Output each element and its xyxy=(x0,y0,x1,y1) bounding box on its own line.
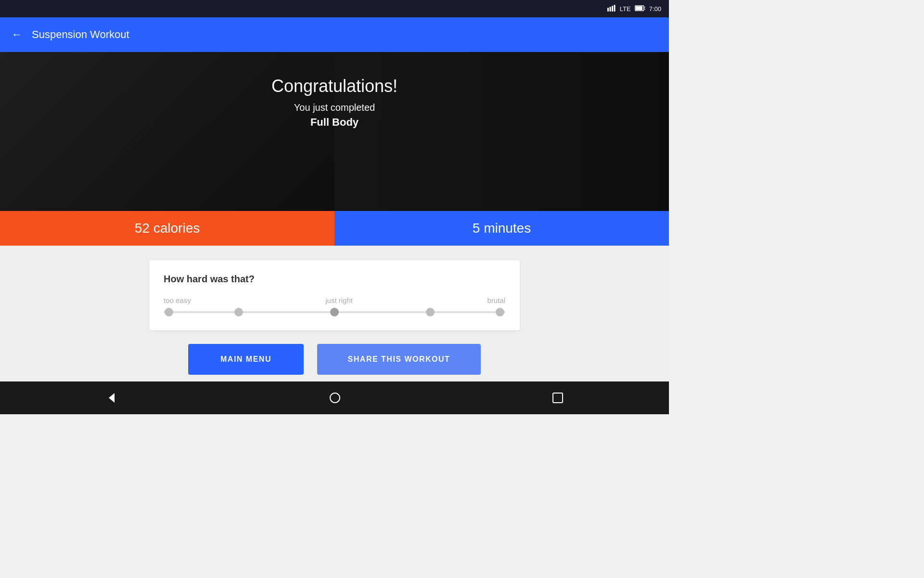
svg-rect-2 xyxy=(612,6,613,12)
nav-back-button[interactable] xyxy=(105,391,118,405)
svg-marker-8 xyxy=(109,393,115,403)
label-hard: brutal xyxy=(487,296,505,304)
app-bar-title: Suspension Workout xyxy=(32,28,129,41)
nav-recent-button[interactable] xyxy=(552,392,564,404)
svg-point-9 xyxy=(330,393,340,403)
difficulty-slider[interactable] xyxy=(164,311,505,313)
slider-dot-4[interactable] xyxy=(426,308,435,316)
difficulty-labels: too easy just right brutal xyxy=(164,296,505,304)
time-display: 7:00 xyxy=(649,5,661,13)
workout-name-text: Full Body xyxy=(0,116,669,129)
stats-bar: 52 calories 5 minutes xyxy=(0,211,669,246)
label-mid: just right xyxy=(325,296,353,304)
subtitle-text: You just completed xyxy=(0,102,669,113)
status-bar: LTE 7:00 xyxy=(0,0,669,17)
svg-rect-1 xyxy=(609,7,611,12)
svg-rect-0 xyxy=(607,8,609,12)
svg-rect-10 xyxy=(553,393,563,403)
minutes-stat: 5 minutes xyxy=(334,211,669,246)
main-content: How hard was that? too easy just right b… xyxy=(0,246,669,389)
difficulty-card: How hard was that? too easy just right b… xyxy=(149,260,520,330)
action-buttons: MAIN MENU SHARE THIS WORKOUT xyxy=(188,344,481,375)
nav-home-button[interactable] xyxy=(328,391,342,405)
difficulty-question: How hard was that? xyxy=(164,274,505,285)
back-button[interactable]: ← xyxy=(12,28,22,41)
svg-rect-3 xyxy=(614,5,615,12)
signal-icon xyxy=(607,5,616,13)
battery-icon xyxy=(635,5,645,13)
calories-stat: 52 calories xyxy=(0,211,334,246)
svg-rect-7 xyxy=(636,6,642,10)
signal-type: LTE xyxy=(620,5,631,13)
main-menu-button[interactable]: MAIN MENU xyxy=(188,344,304,375)
congratulations-text: Congratulations! xyxy=(0,76,669,96)
slider-dot-3[interactable] xyxy=(330,308,339,316)
label-easy: too easy xyxy=(164,296,191,304)
share-workout-button[interactable]: SHARE THIS WORKOUT xyxy=(317,344,481,375)
slider-dot-1[interactable] xyxy=(165,308,173,316)
hero-text-block: Congratulations! You just completed Full… xyxy=(0,76,669,129)
slider-dot-5[interactable] xyxy=(496,308,504,316)
app-bar: ← Suspension Workout xyxy=(0,17,669,52)
nav-bar xyxy=(0,381,669,414)
slider-dot-2[interactable] xyxy=(234,308,243,316)
hero-section: Congratulations! You just completed Full… xyxy=(0,52,669,211)
